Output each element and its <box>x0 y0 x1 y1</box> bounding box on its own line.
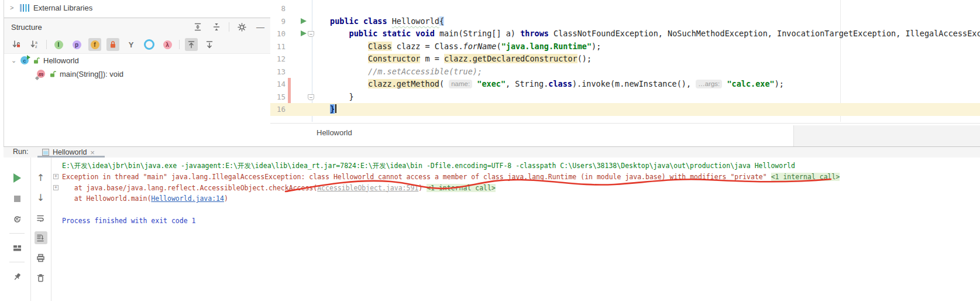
up-stack-trace-icon[interactable]: ↑ <box>35 172 47 184</box>
code-line[interactable]: 9public class Helloworld{ <box>270 15 980 28</box>
code-token: ClassNotFoundException, NoSuchMethodExce… <box>553 29 980 38</box>
show-non-public-lock-icon[interactable] <box>106 38 119 51</box>
run-line-icon[interactable] <box>301 30 307 36</box>
class-run-icon: c <box>20 56 29 65</box>
corner-filler <box>793 125 980 146</box>
code-line[interactable]: 14 clazz.getMethod( name: "exec", String… <box>270 78 980 91</box>
show-properties-icon[interactable]: p <box>70 38 83 51</box>
structure-header: Structure — <box>4 18 270 36</box>
rerun-button[interactable] <box>11 172 23 184</box>
code-token: clazz.getDeclaredConstructor <box>444 54 577 63</box>
code-text: Class clazz = Class.forName("java.lang.R… <box>330 40 601 53</box>
project-item-external-libraries[interactable]: > External Libraries <box>4 0 270 15</box>
clear-console-icon[interactable] <box>35 271 47 284</box>
code-area[interactable]: 89public class Helloworld{10− public sta… <box>270 2 980 116</box>
code-token: } <box>330 104 335 114</box>
rerun-failed-icon[interactable] <box>11 213 23 225</box>
code-line[interactable]: 16} <box>270 103 980 116</box>
show-fields-icon[interactable]: f <box>88 38 101 51</box>
sort-alphabetically-icon[interactable]: az <box>28 38 41 51</box>
down-stack-trace-icon[interactable]: ↓ <box>35 191 47 204</box>
code-token: (); <box>577 54 592 63</box>
stack-trace-link[interactable]: AccessibleObject.java:591 <box>317 184 418 192</box>
console-line: + at java.base/java.lang.reflect.Accessi… <box>62 183 980 194</box>
code-token: main(String[] a) <box>439 29 520 38</box>
code-text: //m.setAccessible(true); <box>330 66 482 78</box>
line-number: 16 <box>270 103 286 116</box>
code-token: , String. <box>506 79 548 88</box>
tree-item-method[interactable]: m main(String[]): void <box>4 67 270 81</box>
chevron-down-icon[interactable]: ⌄ <box>11 57 17 64</box>
param-hint: name: <box>449 80 472 88</box>
public-lock-icon <box>33 57 40 64</box>
close-tab-icon[interactable]: × <box>90 149 95 156</box>
stack-trace-link[interactable]: Helloworld.java:14 <box>151 194 224 203</box>
autoscroll-to-source-icon[interactable] <box>185 38 198 51</box>
stop-button[interactable] <box>11 192 23 205</box>
tree-item-class[interactable]: ⌄ c Helloworld <box>4 54 270 67</box>
code-token <box>330 29 349 38</box>
pin-tab-icon[interactable] <box>11 270 23 283</box>
project-item-label: External Libraries <box>33 4 92 12</box>
show-inherited-icon[interactable]: I <box>52 38 65 51</box>
code-token: "exec" <box>477 79 506 88</box>
code-token: "calc.exe" <box>727 79 774 88</box>
tree-item-label: main(String[]): void <box>60 70 123 78</box>
change-marker <box>288 78 291 91</box>
code-text: clazz.getMethod( name: "exec", String.cl… <box>330 78 784 91</box>
autoscroll-from-source-icon[interactable] <box>203 38 216 51</box>
expand-stack-icon[interactable]: + <box>53 185 59 190</box>
code-token: clazz.getMethod <box>368 79 439 88</box>
editor[interactable]: 89public class Helloworld{10− public sta… <box>270 0 980 146</box>
code-text: } <box>330 103 336 116</box>
app-icon <box>42 149 49 156</box>
code-line[interactable]: 13 //m.setAccessible(true); <box>270 66 980 78</box>
expand-stack-icon[interactable]: + <box>53 174 59 179</box>
ide-window: > External Libraries Scratches and Conso… <box>0 0 980 301</box>
code-line[interactable]: 15− } <box>270 91 980 104</box>
console-text: at java.base/java.lang.reflect.Accessibl… <box>62 184 317 192</box>
hide-panel-icon[interactable]: — <box>254 20 267 33</box>
code-token: throws <box>520 29 553 38</box>
code-line[interactable]: 11 Class clazz = Class.forName("java.lan… <box>270 40 980 53</box>
line-number: 11 <box>270 40 286 53</box>
settings-gear-icon[interactable] <box>235 20 248 33</box>
sort-by-visibility-icon[interactable] <box>10 38 23 51</box>
code-line[interactable]: 10− public static void main(String[] a) … <box>270 28 980 40</box>
code-token: class <box>548 79 572 88</box>
run-line-icon[interactable] <box>301 18 307 24</box>
console-line: E:\开发\idea\jbr\bin\java.exe -javaagent:E… <box>62 160 980 172</box>
console-line: at Helloworld.main(Helloworld.java:14) <box>62 193 980 204</box>
print-icon[interactable] <box>35 251 47 264</box>
soft-wrap-icon[interactable] <box>35 211 47 224</box>
layout-settings-icon[interactable] <box>11 241 23 254</box>
collapse-all-icon[interactable] <box>210 20 223 33</box>
breadcrumb-bar: Helloworld <box>270 123 980 146</box>
console-output[interactable]: E:\开发\idea\jbr\bin\java.exe -javaagent:E… <box>51 158 980 301</box>
code-line[interactable]: 12 Constructor m = clazz.getDeclaredCons… <box>270 53 980 66</box>
code-text: } <box>330 91 354 104</box>
show-anonymous-icon[interactable]: Y <box>125 38 137 51</box>
show-lambdas-icon[interactable]: λ <box>161 38 174 51</box>
scroll-to-end-icon[interactable] <box>35 231 47 244</box>
chevron-right-icon[interactable]: > <box>10 4 16 11</box>
code-token: { <box>439 16 444 26</box>
code-token: m = <box>420 54 444 63</box>
run-toolbar <box>4 158 31 301</box>
public-lock-icon <box>49 70 56 78</box>
line-number: 12 <box>270 53 286 66</box>
console-text: ) <box>418 184 427 192</box>
svg-text:z: z <box>35 45 37 49</box>
expand-all-icon[interactable] <box>191 20 204 33</box>
internal-call-badge: <1 internal call> <box>771 173 840 181</box>
console-line: +Exception in thread "main" java.lang.Il… <box>62 172 980 183</box>
fold-marker[interactable]: − <box>308 31 314 37</box>
blue-ring-icon[interactable] <box>143 38 156 51</box>
code-line[interactable]: 8 <box>270 2 980 15</box>
breadcrumb-item[interactable]: Helloworld <box>317 128 352 137</box>
code-token: //m.setAccessible(true); <box>368 67 482 76</box>
svg-text:a: a <box>35 40 37 45</box>
fold-marker[interactable]: − <box>308 94 314 100</box>
code-token: Helloworld <box>392 16 439 26</box>
code-token: public static void <box>349 29 439 38</box>
